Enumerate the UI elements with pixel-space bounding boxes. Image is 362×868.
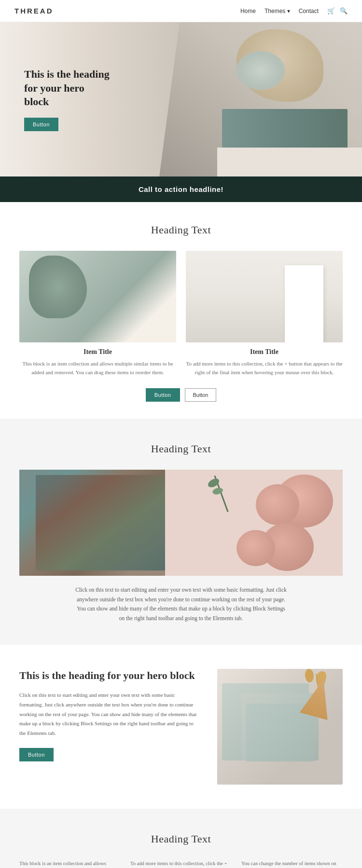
- cta-bar: Call to action headline!: [0, 176, 362, 202]
- section2-heading: Heading Text: [19, 443, 343, 455]
- item-title-1: Item Title: [19, 348, 176, 356]
- section2-body: Click on this text to start editing and …: [75, 585, 287, 623]
- item-desc-1: This block is an item collection and all…: [19, 360, 176, 377]
- section-items: Heading Text Item Title This block is an…: [0, 202, 362, 419]
- nav-contact[interactable]: Contact: [299, 8, 319, 14]
- section-team: Heading Text This block is an item colle…: [0, 809, 362, 868]
- nav-logo[interactable]: THREAD: [14, 7, 54, 15]
- hero-button[interactable]: Button: [24, 118, 58, 131]
- media-heading: This is the heading for your hero block: [19, 669, 198, 683]
- media-body: Click on this text to start editing and …: [19, 691, 198, 738]
- media-block: This is the heading for your hero block …: [0, 645, 362, 809]
- section1-button2[interactable]: Button: [185, 388, 217, 402]
- section1-button1[interactable]: Button: [146, 388, 180, 402]
- team-desc-3: You can change the number of items shown…: [241, 860, 343, 868]
- item-title-2: Item Title: [186, 348, 343, 356]
- nav-themes[interactable]: Themes ▾: [265, 8, 290, 14]
- item-image-1: [19, 251, 176, 342]
- wide-image: [19, 470, 343, 576]
- item-card-1: Item Title This block is an item collect…: [19, 251, 176, 377]
- search-icon[interactable]: 🔍: [340, 7, 348, 15]
- media-button[interactable]: Button: [19, 748, 54, 761]
- section-wide: Heading Text Click on this text to start…: [0, 419, 362, 645]
- section3-heading: Heading Text: [19, 833, 343, 845]
- nav-home[interactable]: Home: [240, 8, 256, 14]
- team-col-3: You can change the number of items shown…: [241, 860, 343, 868]
- item-desc-2: To add more items to this collection, cl…: [186, 360, 343, 377]
- team-desc-1: This block is an item collection and all…: [19, 860, 121, 868]
- hero-heading: This is the heading for your hero block: [24, 68, 111, 109]
- item-image-2: [186, 251, 343, 342]
- section1-heading: Heading Text: [19, 224, 343, 236]
- team-col-1: This block is an item collection and all…: [19, 860, 121, 868]
- team-col-2: To add more items to this collection, cl…: [130, 860, 232, 868]
- media-image: [217, 669, 343, 785]
- hero-section: This is the heading for your hero block …: [0, 22, 362, 176]
- team-desc-2: To add more items to this collection, cl…: [130, 860, 232, 868]
- cart-icon[interactable]: 🛒: [327, 7, 335, 15]
- item-card-2: Item Title To add more items to this col…: [186, 251, 343, 377]
- navigation: THREAD Home Themes ▾ Contact 🛒 🔍: [0, 0, 362, 22]
